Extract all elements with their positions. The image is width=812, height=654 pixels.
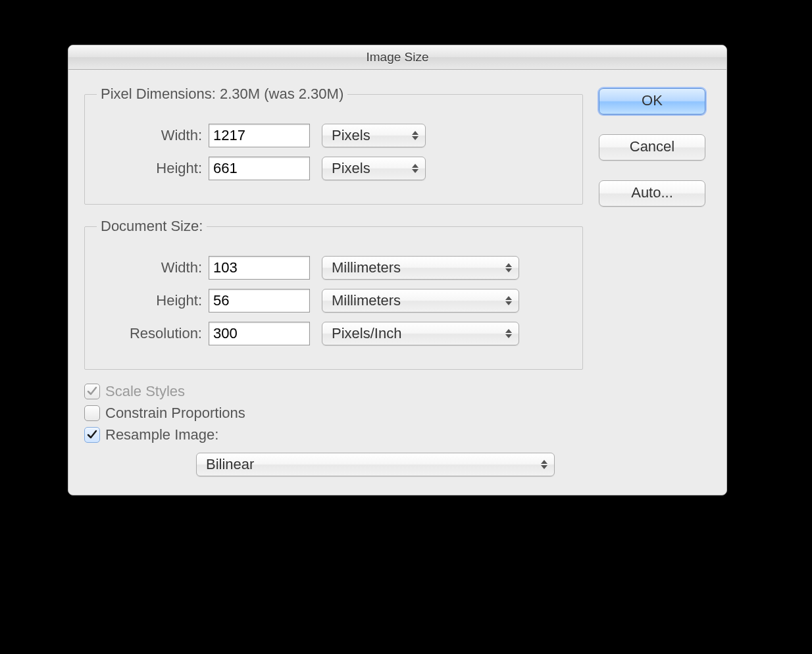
- pixel-height-row: Height: Pixels: [97, 157, 571, 180]
- stepper-icon: [503, 326, 515, 341]
- stepper-icon: [538, 457, 550, 472]
- pixel-width-unit-value: Pixels: [332, 127, 370, 144]
- stepper-icon: [503, 293, 515, 308]
- resample-method-row: Bilinear: [84, 453, 583, 476]
- button-column: OK Cancel Auto...: [599, 86, 711, 476]
- document-size-legend: Document Size:: [97, 218, 207, 235]
- pixel-width-row: Width: Pixels: [97, 124, 571, 147]
- resample-method-value: Bilinear: [206, 456, 254, 473]
- check-icon: [87, 386, 97, 397]
- scale-styles-label: Scale Styles: [105, 383, 185, 400]
- doc-width-unit-value: Millimeters: [332, 259, 401, 276]
- pixel-dimensions-legend: Pixel Dimensions: 2.30M (was 2.30M): [97, 86, 347, 103]
- pixel-width-input[interactable]: [209, 124, 310, 147]
- ok-button[interactable]: OK: [599, 88, 705, 114]
- doc-resolution-label: Resolution:: [97, 325, 209, 342]
- pixel-width-label: Width:: [97, 127, 209, 144]
- resample-image-checkbox[interactable]: [84, 427, 100, 443]
- stepper-icon: [409, 128, 421, 143]
- doc-height-row: Height: Millimeters: [97, 289, 571, 313]
- resample-method-select[interactable]: Bilinear: [196, 453, 555, 476]
- pixel-width-unit-select[interactable]: Pixels: [322, 124, 426, 147]
- doc-height-unit-select[interactable]: Millimeters: [322, 289, 519, 313]
- auto-button[interactable]: Auto...: [599, 180, 705, 207]
- dialog-content: Pixel Dimensions: 2.30M (was 2.30M) Widt…: [68, 70, 726, 495]
- doc-width-unit-select[interactable]: Millimeters: [322, 256, 519, 280]
- image-size-dialog: Image Size Pixel Dimensions: 2.30M (was …: [68, 45, 727, 495]
- stepper-icon: [503, 261, 515, 275]
- resample-image-row: Resample Image:: [84, 426, 583, 443]
- resample-image-label: Resample Image:: [105, 426, 218, 443]
- dialog-title: Image Size: [68, 45, 726, 70]
- constrain-proportions-checkbox[interactable]: [84, 405, 100, 421]
- pixel-height-unit-value: Pixels: [332, 160, 370, 177]
- cancel-button[interactable]: Cancel: [599, 134, 705, 161]
- check-icon: [87, 430, 97, 440]
- doc-resolution-unit-select[interactable]: Pixels/Inch: [322, 322, 519, 345]
- doc-width-row: Width: Millimeters: [97, 256, 571, 280]
- constrain-proportions-label: Constrain Proportions: [105, 405, 245, 422]
- doc-height-label: Height:: [97, 292, 209, 309]
- document-size-group: Document Size: Width: Millimeters Height…: [84, 218, 583, 370]
- doc-height-unit-value: Millimeters: [332, 292, 401, 309]
- scale-styles-row: Scale Styles: [84, 383, 583, 400]
- pixel-height-label: Height:: [97, 160, 209, 177]
- constrain-proportions-row: Constrain Proportions: [84, 405, 583, 422]
- scale-styles-checkbox: [84, 384, 100, 399]
- doc-height-input[interactable]: [209, 289, 310, 313]
- doc-width-input[interactable]: [209, 256, 310, 280]
- pixel-height-unit-select[interactable]: Pixels: [322, 157, 426, 180]
- doc-resolution-row: Resolution: Pixels/Inch: [97, 322, 571, 345]
- stepper-icon: [409, 161, 421, 176]
- doc-resolution-input[interactable]: [209, 322, 310, 345]
- doc-width-label: Width:: [97, 259, 209, 276]
- form-column: Pixel Dimensions: 2.30M (was 2.30M) Widt…: [84, 86, 599, 476]
- pixel-height-input[interactable]: [209, 157, 310, 180]
- doc-resolution-unit-value: Pixels/Inch: [332, 325, 401, 342]
- pixel-dimensions-group: Pixel Dimensions: 2.30M (was 2.30M) Widt…: [84, 86, 583, 205]
